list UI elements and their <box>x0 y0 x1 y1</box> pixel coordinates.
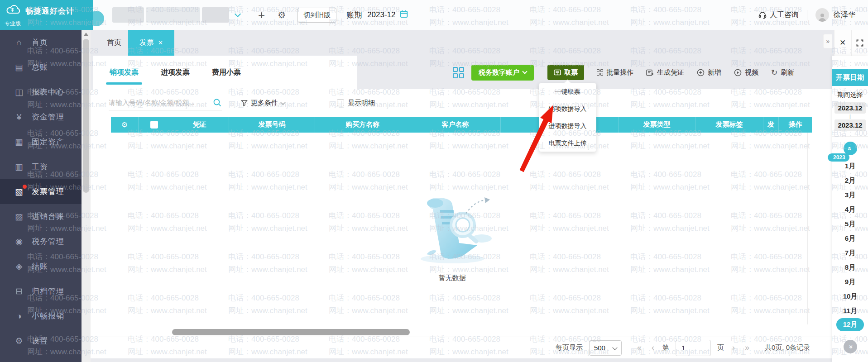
select-all-checkbox[interactable] <box>150 121 158 129</box>
chart-icon: ◫ <box>14 87 24 97</box>
year-down-button[interactable]: « <box>844 340 857 353</box>
sidebar-item-xiaochang-reimburse[interactable]: ◑ 小畅报销 <box>0 304 82 329</box>
divider <box>832 136 868 137</box>
first-page-button[interactable]: « <box>635 343 643 352</box>
batch-operation-button[interactable]: 批量操作 <box>597 68 633 77</box>
dropdown-menu-item-purchase-data-import[interactable]: 进项数据导入 <box>539 118 596 135</box>
ledger-icon: ▤ <box>14 62 24 72</box>
month-item[interactable]: 7月 <box>832 246 868 260</box>
no-data-illustration <box>409 186 495 270</box>
fetch-invoice-button[interactable]: 取票 <box>547 65 584 80</box>
period-value[interactable]: 2023-12 <box>367 10 395 19</box>
toolbar: 税务数字账户 取票 批量操作 生成凭证 <box>453 56 831 89</box>
closing-icon: ◈ <box>14 261 24 272</box>
settings-gear-icon[interactable]: ⚙ <box>278 10 286 20</box>
more-conditions-button[interactable]: 更多条件 <box>241 99 285 107</box>
dropdown-menu-item-e-invoice-upload[interactable]: 电票文件上传 <box>539 135 596 152</box>
tax-icon: ◉ <box>14 236 24 247</box>
sidebar-item-closing[interactable]: ◈ 结账 <box>0 254 82 279</box>
period-from[interactable]: 2023.12 <box>834 102 866 114</box>
redacted-company-name <box>112 7 229 23</box>
tab-close-icon[interactable]: ✕ <box>158 39 163 46</box>
date-filter-panel: 开票日期 期间选择 2023.12 | 2023.12 « 2023 1月 2月… <box>832 56 868 362</box>
horizontal-scrollbar-thumb[interactable] <box>172 329 410 335</box>
next-page-button[interactable]: › <box>730 343 737 352</box>
show-detail-toggle[interactable]: 显示明细 <box>337 99 375 107</box>
sidebar-item-label: 工资 <box>32 162 48 172</box>
calendar-icon[interactable] <box>399 10 408 20</box>
month-item[interactable]: 3月 <box>832 188 868 202</box>
search-input[interactable] <box>109 99 213 106</box>
per-page-select[interactable]: 500 <box>589 340 622 356</box>
sidebar-item-funds-management[interactable]: ¥ 资金管理 <box>0 105 82 129</box>
scrollbar-thumb[interactable] <box>83 39 89 193</box>
month-item[interactable]: 5月 <box>832 217 868 231</box>
qr-grid-icon[interactable] <box>453 67 464 78</box>
sidebar-scrollbar[interactable] <box>82 30 91 362</box>
subtab-sales-invoice[interactable]: 销项发票 <box>109 63 139 82</box>
column-header-invoice-tag: 发票标签 <box>695 117 763 133</box>
month-item[interactable]: 2月 <box>832 173 868 188</box>
generate-voucher-button[interactable]: 生成凭证 <box>646 68 684 77</box>
month-item[interactable]: 1月 <box>832 159 868 173</box>
column-header-invoice-type: 发票类型 <box>618 117 695 133</box>
month-item[interactable]: 4月 <box>832 202 868 217</box>
sidebar-item-archive-management[interactable]: ⊟ 归档管理 <box>0 279 82 304</box>
month-item[interactable]: 12月 <box>836 318 864 331</box>
dropdown-menu-item-sales-data-import[interactable]: 销项数据导入 <box>539 100 596 118</box>
month-item[interactable]: 8月 <box>832 260 868 275</box>
tab-bar: 首页 发票 ✕ ✕ <box>91 30 868 56</box>
tax-digital-account-button[interactable]: 税务数字账户 <box>471 65 534 81</box>
search-icon[interactable] <box>213 98 222 107</box>
month-item[interactable]: 9月 <box>832 275 868 289</box>
manual-consult-button[interactable]: 人工咨询 <box>758 10 799 20</box>
period-to[interactable]: 2023.12 <box>834 119 866 131</box>
total-records: 共0页, 0条记录 <box>765 343 810 352</box>
sidebar-item-report-center[interactable]: ◫ 报表中心 <box>0 80 82 105</box>
fullscreen-button[interactable] <box>851 30 868 56</box>
subtab-purchase-invoice[interactable]: 进项发票 <box>160 63 191 82</box>
video-button[interactable]: 视频 <box>734 68 758 77</box>
sidebar-item-general-ledger[interactable]: ▤ 总账 <box>0 55 82 80</box>
fullscreen-icon <box>856 39 863 47</box>
add-company-button[interactable]: + <box>258 9 265 21</box>
username[interactable]: 徐泽华 <box>834 10 855 20</box>
chevron-down-icon <box>612 345 617 350</box>
page-number-input[interactable] <box>676 340 711 356</box>
sidebar-item-label: 进销台账 <box>32 211 64 222</box>
divider <box>807 10 807 20</box>
last-page-button[interactable]: » <box>743 343 751 352</box>
sidebar-item-label: 设置 <box>32 336 48 346</box>
add-new-button[interactable]: 新增 <box>697 68 721 77</box>
tab-invoice[interactable]: 发票 ✕ <box>128 30 174 56</box>
subtab-expense-receipt[interactable]: 费用小票 <box>211 63 242 82</box>
avatar[interactable] <box>815 8 829 22</box>
sidebar-item-tax-management[interactable]: ◉ 税务管理 <box>0 229 82 254</box>
chevron-down-icon <box>280 100 285 105</box>
month-item[interactable]: 11月 <box>832 304 868 318</box>
sidebar-item-purchase-sales-ledger[interactable]: ▨ 进销台账 <box>0 204 82 229</box>
scroll-up-arrow-icon[interactable] <box>84 33 88 36</box>
pagination-bar: 每页显示 500 « ‹ 第 页 › » 共0页, 0条记录 <box>91 337 868 358</box>
tab-home[interactable]: 首页 <box>96 30 132 56</box>
brand-name: 畅捷通好会计 <box>25 6 74 16</box>
company-switch-chevron-icon[interactable] <box>235 11 241 17</box>
sidebar-item-invoice-management[interactable]: ▧ 发票管理 <box>0 179 82 204</box>
panel-collapse-handle[interactable]: » <box>823 34 832 48</box>
column-settings-gear-icon[interactable]: ⚙ <box>111 117 138 133</box>
switch-old-version-button[interactable]: 切到旧版 <box>297 8 336 23</box>
close-panel-button[interactable]: ✕ <box>834 30 851 56</box>
refresh-button[interactable]: ↻ 刷新 <box>771 68 794 77</box>
sidebar-item-home[interactable]: ⌂ 首页 <box>0 30 82 55</box>
month-item[interactable]: 6月 <box>832 231 868 246</box>
reimburse-icon: ◑ <box>14 311 24 321</box>
empty-state: 暂无数据 <box>91 186 814 282</box>
sidebar-item-settings[interactable]: ⚙ 设置 <box>0 329 82 353</box>
sidebar-item-payroll[interactable]: ▥ 工资 <box>0 154 82 179</box>
show-detail-checkbox[interactable] <box>337 99 344 106</box>
money-bag-icon: ¥ <box>14 112 24 122</box>
sidebar-item-fixed-assets[interactable]: ▦ 固定资产 <box>0 129 82 154</box>
prev-page-button[interactable]: ‹ <box>650 343 656 352</box>
empty-text: 暂无数据 <box>91 274 814 282</box>
month-item[interactable]: 10月 <box>832 289 868 304</box>
